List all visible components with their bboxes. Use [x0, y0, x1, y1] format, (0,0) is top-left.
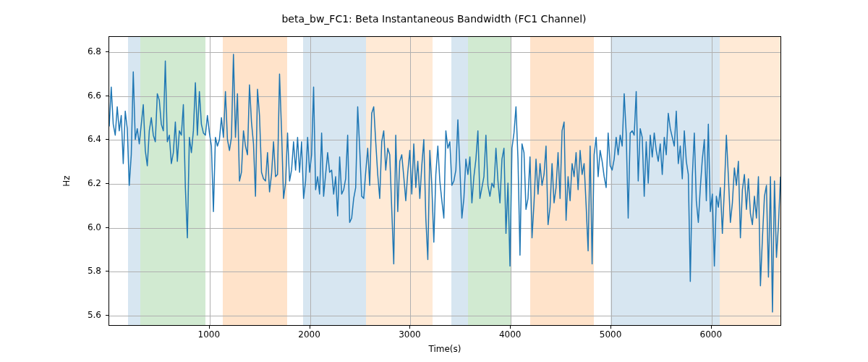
y-tick-label: 6.4	[88, 134, 101, 144]
x-tickmark	[209, 326, 210, 329]
y-axis-label: Hz	[61, 175, 72, 186]
y-tick-label: 6.8	[88, 46, 101, 56]
y-tickmark	[106, 315, 109, 316]
y-tickmark	[106, 139, 109, 140]
y-tick-label: 6.2	[88, 178, 101, 188]
y-tick-label: 6.0	[88, 222, 101, 232]
x-axis-label: Time(s)	[109, 344, 781, 354]
x-tick-label: 6000	[700, 329, 723, 340]
y-tickmark	[106, 183, 109, 184]
x-tick-label: 3000	[399, 329, 421, 340]
y-tickmark	[106, 271, 109, 272]
data-line	[109, 37, 780, 325]
y-tick-label: 5.6	[88, 310, 101, 320]
x-tick-label: 2000	[298, 329, 320, 340]
y-tickmark	[106, 96, 109, 96]
x-tickmark	[510, 326, 511, 329]
x-tick-label: 1000	[198, 329, 221, 340]
figure: beta_bw_FC1: Beta Instantaneous Bandwidt…	[0, 0, 868, 362]
y-tick-label: 5.8	[88, 266, 101, 276]
x-tick-label: 4000	[499, 329, 522, 340]
x-tickmark	[310, 326, 310, 329]
y-tick-label: 6.6	[88, 90, 101, 101]
x-tickmark	[711, 326, 712, 329]
x-tickmark	[610, 326, 611, 329]
x-tickmark	[409, 326, 410, 329]
x-tick-label: 5000	[600, 329, 622, 340]
chart-title: beta_bw_FC1: Beta Instantaneous Bandwidt…	[0, 13, 868, 25]
plot-area	[109, 36, 781, 326]
y-tickmark	[106, 51, 109, 52]
y-tickmark	[106, 227, 109, 228]
